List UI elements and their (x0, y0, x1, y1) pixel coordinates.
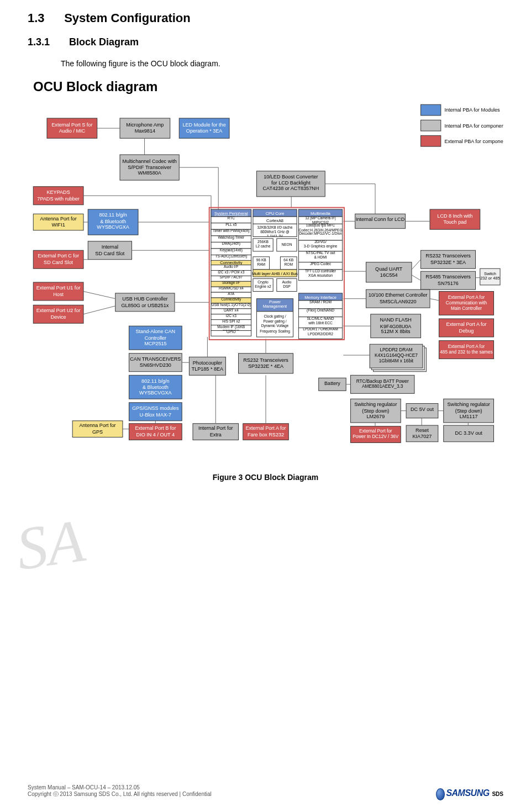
footer-line2: Copyright ⓒ 2013 Samsung SDS Co., Ltd. A… (28, 790, 212, 798)
samsung-logo: SAMSUNG (446, 788, 489, 798)
cpu-bus: 96 KBRAM 64 KBROM Multi layer AHB / AXI … (251, 257, 297, 292)
mic-amp-block: Microphone AmpMax9814 (120, 118, 170, 138)
svg-text:Multi layer AHB / AXI Bus: Multi layer AHB / AXI Bus (251, 271, 297, 276)
subsection-heading: 1.3.1 Block Diagram (28, 36, 503, 48)
ext-485232-block: External Port A for485 and 232 to the sa… (439, 341, 493, 359)
ext-sd-block: External Port C forSD Card Slot (33, 250, 83, 268)
svg-line-25 (83, 292, 115, 299)
reset-block: ResetKIA7027 (406, 425, 438, 442)
svg-line-71 (412, 260, 421, 270)
ext-audio-block: External Port S forAudio / MIC (47, 118, 97, 138)
lcd-block: LCD 8 Inch withTouch pad (430, 209, 480, 229)
footer: System Manual – SAM-OCU-14 – 2013.12.05 … (28, 784, 503, 798)
ext-power-block: External Port forPower In DC12V / 36V (350, 426, 401, 443)
legend-blue: Internal PBA for Modules (444, 107, 500, 113)
samsung-oval-icon (436, 788, 445, 800)
figure-caption: Figure 3 OCU Block Diagram (28, 473, 503, 482)
body-text: The following figure is the OCU block di… (61, 59, 503, 68)
svg-line-26 (83, 306, 115, 314)
wifi1-block: 802.11 b/g/n& BluetoothWYSBCVGXA (88, 209, 138, 235)
ethernet-block: 10/100 Ethernet ControllerSMSC/LAN9220 (366, 289, 430, 308)
svg-text:Multimedia: Multimedia (311, 211, 331, 216)
sw-reg1-block: Switching regulator(Step down)LM2679 (350, 399, 401, 423)
ext-u2-block: External Port U2 forDevice (33, 305, 83, 323)
battery-block: Battery (318, 378, 346, 391)
watermark: SA (12, 505, 89, 584)
svg-text:CortexA8: CortexA8 (266, 218, 283, 223)
svg-line-80 (430, 299, 439, 300)
cpu-connectivity: Connectivity Audio I/FI2C x3 / PCM x3SPD… (211, 260, 251, 336)
switch-block: Switch232 or 485 (480, 268, 500, 285)
cpu-power-management: PowerManagement Clock gating /Power gati… (256, 299, 293, 337)
footer-line1: System Manual – SAM-OCU-14 – 2013.12.05 (28, 784, 212, 790)
section-heading: 1.3 System Configuration (28, 11, 503, 25)
svg-text:System Peripheral: System Peripheral (214, 211, 248, 216)
subsection-title: Block Diagram (69, 36, 139, 48)
boost-block: 10/LED Boost Converterfor LCD BacklightC… (256, 171, 325, 197)
rs232-3ea-block: RS232 TransceiversSP3232E * 3EA (420, 250, 475, 268)
legend-red: External PBA for components (444, 139, 503, 144)
cpu-memory-interface: Memory Interface SRAM / ROM(Flex) OneNAN… (298, 293, 342, 339)
svg-rect-0 (420, 104, 440, 115)
section-title: System Configuration (64, 11, 191, 25)
cpu-system-peripheral: System Peripheral RTCPLL x5Timer with PW… (211, 209, 251, 261)
svg-line-72 (412, 275, 421, 281)
quad-uart-block: Quad UART16C554 (366, 262, 412, 282)
photocoupler-block: PhotocouplerTLP185 * 8EA (189, 357, 225, 375)
sds-label: SDS (492, 791, 503, 797)
can-trx-block: CAN TRANSCEIVERSSN65HVD230 (129, 354, 182, 372)
internal-conn-lcd-block: Internal Conn for LCD (355, 214, 405, 228)
usb-hub-block: USB HUB ControllerGL850G or USB251x (115, 293, 174, 312)
section-number: 1.3 (28, 11, 61, 25)
antenna1-block: Antenna Port forWIFI1 (33, 214, 83, 230)
ext-debug-block: External Port A forDebug (439, 319, 493, 337)
cpu-multimedia: Multimedia 12.|MP Camera IF| MIPI/CSI210… (298, 209, 342, 281)
subsection-number: 1.3.1 (28, 36, 66, 48)
legend-gray: Internal PBA for components (444, 123, 503, 129)
ext-fare-block: External Port A forFare box RS232 (243, 424, 288, 440)
svg-text:Memory Interface: Memory Interface (304, 295, 337, 300)
svg-rect-1 (420, 120, 440, 131)
gps-block: GPS/GNSS modulesU-Blox MAX-7 (129, 403, 182, 421)
lpddr-block: LPDDR2 DRAMK4X1G164QQ-HCE71Gbit64M x 16b… (370, 344, 426, 372)
antenna-gps-block: Antenna Port forGPS (72, 421, 123, 437)
internal-port-extra-block: Internal Port forExtra (193, 424, 239, 440)
ext-main-block: External Port A forCommunication withMai… (439, 292, 493, 315)
rs485-block: RS485 TransceiversSN75176 (420, 271, 475, 289)
sd-slot-block: InternalSD Card Slot (88, 241, 132, 260)
rtc-block: RTC/Backup BATT PowerAME8801AEEV_3.3 (350, 375, 414, 393)
ext-b-block: External Port B forDIO IN 4 / OUT 4 (129, 424, 182, 440)
can-ctrl-block: Stand-Alone CANControllerMCP2515 (129, 326, 182, 350)
cpu-core: CPU Core CortexA8 32KB/32KB I/D cache800… (253, 209, 296, 251)
diagram-container: OCU Block diagram Internal PBA for Modul… (28, 79, 503, 482)
wifi2-block: 802.11 b/g/n& BluetoothWYSBCVGXA (129, 375, 182, 399)
dc5v-block: DC 5V out (406, 403, 438, 418)
nand-block: NAND FLASHK9F4G08U0A512M X 8bits (370, 314, 420, 338)
ext-u1-block: External Port U1 forHost (33, 282, 83, 300)
led-module-block: LED Module for theOperation * 3EA (179, 118, 229, 138)
diagram-title: OCU Block diagram (33, 79, 503, 94)
rs232-4ea-block: RS232 TransceiversSP3232E * 4EA (238, 354, 293, 373)
block-diagram-svg: Internal PBA for Modules Internal PBA fo… (28, 100, 503, 465)
svg-rect-2 (420, 135, 440, 146)
dc33v-block: DC 3.3V out (443, 425, 493, 442)
keypads-block: KEYPADS7PADS with rubber (33, 187, 83, 205)
svg-text:Connectivity: Connectivity (220, 260, 243, 265)
sw-reg2-block: Switching regulator(Step down)LM1117 (443, 399, 493, 423)
codec-block: Multichannel Codec withS/PDIF Transceive… (120, 155, 179, 180)
svg-text:CPU Core: CPU Core (265, 211, 284, 216)
